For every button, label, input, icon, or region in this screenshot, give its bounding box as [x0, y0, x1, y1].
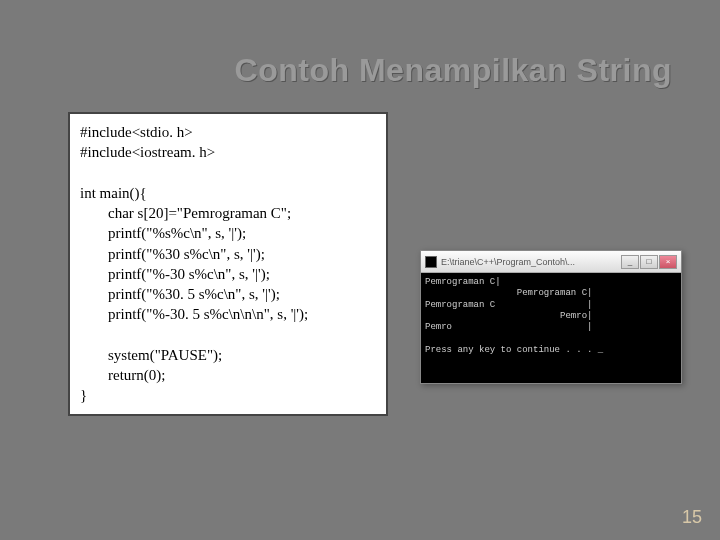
maximize-button[interactable]: □ [640, 255, 658, 269]
console-line: Pemrograman C| [425, 288, 592, 298]
code-line: printf("%s%c\n", s, '|'); [80, 223, 376, 243]
console-line: Pemro| [425, 311, 592, 321]
slide-title: Contoh Menampilkan String [235, 52, 672, 89]
console-line: Pemrograman C | [425, 300, 592, 310]
code-line: } [80, 385, 376, 405]
code-line: int main(){ [80, 183, 376, 203]
code-line: printf("%-30. 5 s%c\n\n\n", s, '|'); [80, 304, 376, 324]
console-line: Pemro | [425, 322, 592, 332]
code-line: #include<stdio. h> [80, 122, 376, 142]
minimize-button[interactable]: _ [621, 255, 639, 269]
code-line: system("PAUSE"); [80, 345, 376, 365]
console-output: Pemrograman C| Pemrograman C| Pemrograma… [421, 273, 681, 383]
code-line: return(0); [80, 365, 376, 385]
blank-line [80, 325, 376, 345]
console-titlebar: E:\triane\C++\Program_Contoh\... _ □ × [421, 251, 681, 273]
window-buttons: _ □ × [621, 255, 677, 269]
code-line: char s[20]="Pemrograman C"; [80, 203, 376, 223]
slide: Contoh Menampilkan String #include<stdio… [0, 0, 720, 540]
console-window: E:\triane\C++\Program_Contoh\... _ □ × P… [420, 250, 682, 384]
code-line: printf("%30 s%c\n", s, '|'); [80, 244, 376, 264]
console-icon [425, 256, 437, 268]
blank-line [80, 163, 376, 183]
page-number: 15 [682, 507, 702, 528]
console-path: E:\triane\C++\Program_Contoh\... [441, 257, 617, 267]
close-button[interactable]: × [659, 255, 677, 269]
code-line: #include<iostream. h> [80, 142, 376, 162]
code-line: printf("%30. 5 s%c\n", s, '|'); [80, 284, 376, 304]
code-box: #include<stdio. h> #include<iostream. h>… [68, 112, 388, 416]
code-line: printf("%-30 s%c\n", s, '|'); [80, 264, 376, 284]
console-line: Pemrograman C| [425, 277, 501, 287]
console-line: Press any key to continue . . . _ [425, 345, 603, 355]
